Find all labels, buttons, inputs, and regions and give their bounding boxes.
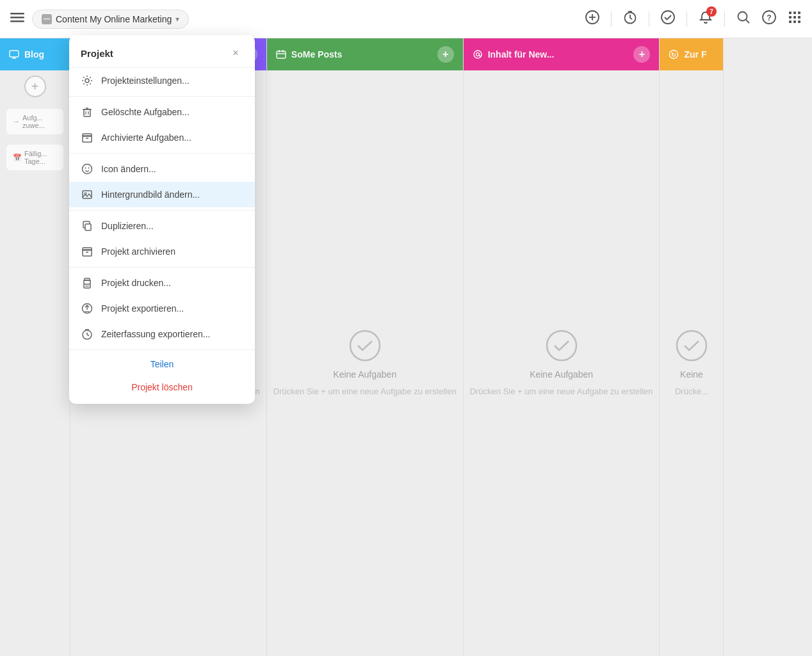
nav-divider-1	[611, 12, 612, 27]
menu-item-projekt-drucken[interactable]: Projekt drucken...	[69, 270, 255, 296]
menu-label-projekt-archivieren: Projekt archivieren	[101, 246, 175, 257]
menu-label-archivierte: Archivierte Aufgaben...	[101, 132, 191, 143]
svg-rect-1	[10, 17, 24, 19]
apps-grid-icon[interactable]	[788, 10, 802, 28]
svg-rect-0	[10, 13, 24, 15]
svg-rect-15	[789, 12, 792, 14]
svg-rect-2	[10, 20, 24, 22]
checkmark-icon[interactable]	[661, 10, 675, 28]
close-button[interactable]: ×	[228, 45, 243, 61]
svg-line-65	[87, 335, 89, 336]
svg-point-49	[85, 168, 86, 169]
svg-point-10	[662, 11, 674, 24]
svg-line-12	[746, 20, 749, 23]
menu-item-projekteinstellungen[interactable]: Projekteinstellungen...	[69, 68, 255, 93]
help-icon[interactable]: ?	[762, 10, 776, 28]
chevron-down-icon: ▾	[175, 15, 179, 24]
print-icon	[81, 276, 93, 289]
svg-point-48	[83, 164, 92, 174]
project-name: Content My Online Marketing	[56, 14, 172, 24]
navbar: — Content My Online Marketing ▾	[0, 0, 812, 38]
svg-rect-46	[83, 134, 92, 136]
menu-label-duplizieren: Duplizieren...	[101, 221, 154, 231]
gear-icon	[81, 74, 93, 87]
export-icon	[81, 302, 93, 315]
menu-item-icon-aendern[interactable]: Icon ändern...	[69, 156, 255, 182]
archive2-icon	[81, 245, 93, 258]
svg-point-11	[738, 12, 747, 21]
menu-label-zeiterfassung: Zeiterfassung exportieren...	[101, 329, 210, 339]
menu-label-projekteinstellungen: Projekteinstellungen...	[101, 76, 190, 86]
svg-rect-40	[84, 109, 90, 116]
menu-item-zeiterfassung[interactable]: Zeiterfassung exportieren...	[69, 321, 255, 347]
image-icon	[81, 188, 93, 201]
menu-item-projekt-exportieren[interactable]: Projekt exportieren...	[69, 296, 255, 321]
menu-divider-4	[69, 267, 255, 268]
add-task-icon[interactable]	[585, 10, 599, 28]
navbar-right: 7 ?	[585, 10, 802, 28]
svg-rect-21	[789, 20, 792, 23]
menu-divider-2	[69, 153, 255, 154]
archive-icon	[81, 131, 93, 144]
context-menu: Projekt × Projekteinstellungen... Gelösc…	[69, 35, 255, 404]
menu-label-geloeschte: Gelöschte Aufgaben...	[101, 107, 190, 117]
clock-icon	[81, 328, 93, 340]
teilen-button[interactable]: Teilen	[69, 353, 255, 376]
menu-item-projekt-archivieren[interactable]: Projekt archivieren	[69, 239, 255, 264]
menu-label-hintergrundbild: Hintergrundbild ändern...	[101, 189, 200, 200]
svg-rect-20	[798, 16, 800, 19]
nav-divider-4	[724, 12, 725, 27]
svg-point-52	[85, 193, 86, 195]
context-menu-title: Projekt	[81, 48, 113, 59]
nav-divider-3	[686, 12, 687, 27]
svg-point-50	[88, 168, 90, 169]
search-icon[interactable]	[736, 10, 751, 28]
projekt-loeschen-button[interactable]: Projekt löschen	[69, 376, 255, 399]
menu-divider-5	[69, 349, 255, 350]
menu-item-duplizieren[interactable]: Duplizieren...	[69, 213, 255, 239]
timer-icon[interactable]	[623, 10, 637, 28]
svg-rect-51	[83, 191, 92, 198]
svg-rect-18	[789, 16, 792, 19]
project-selector[interactable]: — Content My Online Marketing ▾	[32, 10, 189, 29]
project-dash-icon: —	[42, 14, 52, 24]
svg-rect-58	[85, 278, 90, 280]
svg-text:?: ?	[767, 13, 771, 22]
context-menu-header: Projekt ×	[69, 35, 255, 68]
nav-divider-2	[649, 12, 649, 27]
menu-divider-1	[69, 96, 255, 97]
navbar-left: — Content My Online Marketing ▾	[10, 10, 189, 29]
menu-item-archivierte[interactable]: Archivierte Aufgaben...	[69, 125, 255, 150]
bell-badge: 7	[706, 6, 717, 17]
menu-label-projekt-exportieren: Projekt exportieren...	[101, 303, 184, 314]
emoji-icon	[81, 163, 93, 175]
menu-item-hintergrundbild[interactable]: Hintergrundbild ändern...	[69, 182, 255, 207]
copy-icon	[81, 220, 93, 232]
menu-label-projekt-drucken: Projekt drucken...	[101, 278, 171, 288]
svg-rect-53	[85, 224, 91, 230]
svg-line-8	[630, 18, 632, 19]
svg-rect-23	[798, 20, 800, 23]
svg-rect-55	[83, 248, 92, 250]
menu-divider-3	[69, 210, 255, 211]
svg-rect-22	[793, 20, 796, 23]
svg-rect-19	[793, 16, 796, 19]
svg-rect-17	[798, 12, 800, 14]
svg-rect-16	[793, 12, 796, 14]
hamburger-icon[interactable]	[10, 10, 24, 28]
bell-icon[interactable]: 7	[699, 10, 713, 28]
menu-label-icon-aendern: Icon ändern...	[101, 164, 156, 174]
svg-point-39	[85, 79, 89, 83]
trash-icon	[81, 106, 93, 118]
menu-item-geloeschte[interactable]: Gelöschte Aufgaben...	[69, 99, 255, 125]
